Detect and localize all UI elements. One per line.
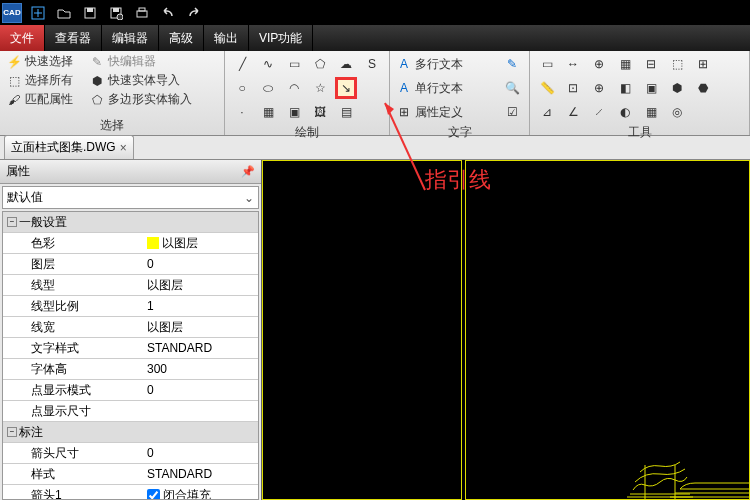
tool-18[interactable]: ◐: [614, 101, 636, 123]
spline-icon[interactable]: S: [361, 53, 383, 75]
star-icon[interactable]: ☆: [309, 77, 331, 99]
text-tool-2[interactable]: 🔍: [501, 77, 523, 99]
panel-draw-label: 绘制: [231, 123, 383, 142]
tool-2[interactable]: ↔: [562, 53, 584, 75]
hatch-icon[interactable]: ▦: [257, 101, 279, 123]
tool-14[interactable]: ⬣: [692, 77, 714, 99]
tool-4[interactable]: ▦: [614, 53, 636, 75]
menu-advanced[interactable]: 高级: [159, 25, 204, 51]
menu-output[interactable]: 输出: [204, 25, 249, 51]
line-icon[interactable]: ╱: [231, 53, 253, 75]
leader-icon[interactable]: ↘: [335, 77, 357, 99]
annotation-text: 指引线: [425, 165, 491, 195]
prop-row[interactable]: 线型比例1: [3, 296, 258, 317]
quick-select-button[interactable]: ⚡快速选择: [6, 53, 73, 70]
props-title: 属性📌: [0, 160, 261, 184]
text-tool-1[interactable]: ✎: [501, 53, 523, 75]
tool-3[interactable]: ⊕: [588, 53, 610, 75]
tool-13[interactable]: ⬢: [666, 77, 688, 99]
stext-button[interactable]: A单行文本: [396, 80, 463, 97]
prop-row[interactable]: 线宽以图层: [3, 317, 258, 338]
open-icon[interactable]: [54, 3, 74, 23]
svg-rect-4: [87, 8, 93, 12]
close-tab-icon[interactable]: ×: [120, 141, 127, 155]
base-drawing: [670, 477, 750, 500]
menu-editor[interactable]: 编辑器: [102, 25, 159, 51]
solid-import-button[interactable]: ⬢快速实体导入: [89, 72, 180, 89]
prop-row[interactable]: 色彩 以图层: [3, 233, 258, 254]
block-icon[interactable]: ▣: [283, 101, 305, 123]
prop-row[interactable]: 文字样式STANDARD: [3, 338, 258, 359]
tree-toggle[interactable]: −: [7, 217, 17, 227]
tree-toggle[interactable]: −: [7, 427, 17, 437]
arc-icon[interactable]: ◠: [283, 77, 305, 99]
svg-rect-6: [113, 8, 119, 12]
tool-8[interactable]: 📏: [536, 77, 558, 99]
viewport-left: [262, 160, 462, 500]
undo-icon[interactable]: [158, 3, 178, 23]
tool-15[interactable]: ⊿: [536, 101, 558, 123]
pin-icon[interactable]: 📌: [241, 165, 255, 178]
table-icon[interactable]: ▤: [335, 101, 357, 123]
tool-16[interactable]: ∠: [562, 101, 584, 123]
mtext-button[interactable]: A多行文本: [396, 56, 463, 73]
menu-viewer[interactable]: 查看器: [45, 25, 102, 51]
tool-5[interactable]: ⊟: [640, 53, 662, 75]
menu-vip[interactable]: VIP功能: [249, 25, 313, 51]
prop-row[interactable]: 字体高300: [3, 359, 258, 380]
tool-1[interactable]: ▭: [536, 53, 558, 75]
svg-rect-9: [139, 8, 145, 11]
panel-select-label: 选择: [6, 116, 218, 135]
props-combo[interactable]: 默认值⌄: [2, 186, 259, 209]
save-icon[interactable]: [80, 3, 100, 23]
prop-row[interactable]: 图层0: [3, 254, 258, 275]
revcloud-icon[interactable]: ☁: [335, 53, 357, 75]
print-icon[interactable]: [132, 3, 152, 23]
panel-text-label: 文字: [396, 123, 523, 142]
tool-11[interactable]: ◧: [614, 77, 636, 99]
rect-icon[interactable]: ▭: [283, 53, 305, 75]
file-tab[interactable]: 立面柱式图集.DWG ×: [4, 135, 134, 159]
prop-row[interactable]: 箭头1 闭合填充: [3, 485, 258, 500]
tool-9[interactable]: ⊡: [562, 77, 584, 99]
tool-12[interactable]: ▣: [640, 77, 662, 99]
prop-row[interactable]: 点显示模式0: [3, 380, 258, 401]
redo-icon[interactable]: [184, 3, 204, 23]
tool-20[interactable]: ◎: [666, 101, 688, 123]
tool-6[interactable]: ⬚: [666, 53, 688, 75]
quick-edit-button: ✎快编辑器: [89, 53, 156, 70]
select-all-button[interactable]: ⬚选择所有: [6, 72, 73, 89]
ellipse-icon[interactable]: ⬭: [257, 77, 279, 99]
polygon-icon[interactable]: ⬠: [309, 53, 331, 75]
new-icon[interactable]: [28, 3, 48, 23]
chevron-down-icon: ⌄: [244, 191, 254, 205]
image-icon[interactable]: 🖼: [309, 101, 331, 123]
tool-7[interactable]: ⊞: [692, 53, 714, 75]
prop-row[interactable]: 箭头尺寸0: [3, 443, 258, 464]
tool-17[interactable]: ⟋: [588, 101, 610, 123]
tool-19[interactable]: ▦: [640, 101, 662, 123]
viewport-right: [465, 160, 750, 500]
prop-row[interactable]: 点显示尺寸: [3, 401, 258, 422]
point-icon[interactable]: ·: [231, 101, 253, 123]
saveas-icon[interactable]: [106, 3, 126, 23]
svg-point-7: [117, 14, 123, 20]
menu-file[interactable]: 文件: [0, 25, 45, 51]
prop-row[interactable]: 线型以图层: [3, 275, 258, 296]
match-props-button[interactable]: 🖌匹配属性: [6, 91, 73, 108]
panel-tools-label: 工具: [536, 123, 743, 142]
app-icon: CAD: [2, 3, 22, 23]
tool-10[interactable]: ⊕: [588, 77, 610, 99]
attdef-button[interactable]: ⊞属性定义: [396, 104, 463, 121]
svg-rect-8: [137, 11, 147, 17]
polygon-input-button[interactable]: ⬠多边形实体输入: [89, 91, 192, 108]
text-tool-3[interactable]: ☑: [501, 101, 523, 123]
polyline-icon[interactable]: ∿: [257, 53, 279, 75]
circle-icon[interactable]: ○: [231, 77, 253, 99]
prop-row[interactable]: 样式STANDARD: [3, 464, 258, 485]
